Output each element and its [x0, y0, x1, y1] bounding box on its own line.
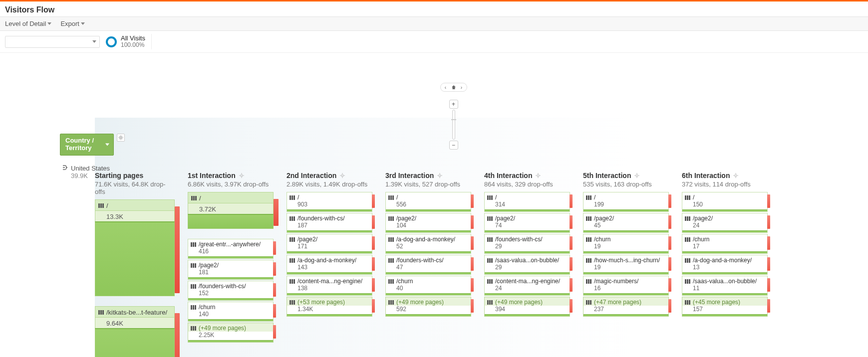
flow-node[interactable]: /a-dog-and-a-monkey/ 143 — [287, 255, 372, 275]
flow-node[interactable]: /content-ma...ng-engine/ 138 — [287, 276, 372, 296]
dropoff-indicator — [668, 215, 671, 229]
flow-node-more[interactable]: (+49 more pages) 2.25K — [188, 323, 274, 343]
node-value: 181 — [188, 269, 273, 277]
node-label: (+49 more pages) — [199, 325, 246, 332]
nav-left-button[interactable]: ‹ — [442, 83, 450, 91]
node-value: 1.34K — [287, 306, 372, 314]
flow-node[interactable]: /a-dog-and-a-monkey/ 52 — [385, 234, 471, 254]
flow-node[interactable]: /page2/ 104 — [385, 213, 471, 233]
node-value: 13 — [682, 264, 767, 272]
dropoff-indicator — [175, 206, 180, 293]
dimension-settings-button[interactable] — [117, 134, 125, 142]
nav-home-button[interactable] — [450, 83, 458, 91]
page-icon — [685, 258, 690, 263]
svg-marker-9 — [66, 167, 67, 169]
node-label: /founders-with-cs/ — [297, 215, 345, 222]
flow-node[interactable]: /saas-valua...on-bubble/ 29 — [484, 255, 570, 275]
dimension-selector[interactable]: Country / Territory — [60, 134, 114, 156]
node-label: /page2/ — [594, 215, 614, 222]
flow-node[interactable]: /founders-with-cs/ 29 — [484, 234, 570, 254]
gear-icon[interactable] — [339, 173, 345, 178]
flow-node[interactable]: /churn 19 — [583, 234, 669, 254]
node-value: 19 — [583, 264, 668, 272]
chevron-down-icon — [105, 144, 109, 146]
flow-node[interactable]: /a-dog-and-a-monkey/ 13 — [682, 255, 768, 275]
node-label: /founders-with-cs/ — [396, 257, 444, 264]
flow-node[interactable]: / 13.3K — [95, 199, 175, 296]
flow-node[interactable]: /page2/ 24 — [682, 213, 768, 233]
node-value: 394 — [485, 306, 570, 314]
gear-icon[interactable] — [535, 173, 541, 178]
export-menu[interactable]: Export — [60, 20, 85, 27]
dropoff-indicator — [273, 262, 276, 276]
flow-node[interactable]: /how-much-s...ing-churn/ 19 — [583, 255, 669, 275]
dropoff-indicator — [668, 278, 671, 292]
node-value: 29 — [485, 264, 570, 272]
flow-node[interactable]: /founders-with-cs/ 187 — [287, 213, 372, 233]
node-value: 143 — [287, 264, 372, 272]
nav-right-button[interactable]: › — [458, 83, 466, 91]
dropoff-indicator — [273, 241, 276, 255]
flow-node[interactable]: / 3.72K — [188, 192, 274, 229]
flow-node-more[interactable]: (+45 more pages) 157 — [682, 297, 768, 317]
zoom-out-button[interactable]: − — [449, 141, 458, 150]
flow-node[interactable]: /kitkats-be...t-feature/ 9.64K — [95, 306, 175, 357]
gear-icon[interactable] — [437, 173, 443, 178]
flow-node[interactable]: / 150 — [682, 192, 768, 212]
column-subtitle: 6.86K visits, 3.97K drop-offs — [188, 180, 274, 188]
flow-node[interactable]: /page2/ 45 — [583, 213, 669, 233]
dropoff-indicator — [372, 257, 375, 271]
segment-chip[interactable]: All Visits 100.00% — [104, 34, 152, 49]
gear-icon[interactable] — [239, 173, 245, 178]
node-label: /kitkats-be...t-feature/ — [106, 309, 167, 316]
flow-node-more[interactable]: (+49 more pages) 592 — [385, 297, 471, 317]
level-of-detail-menu[interactable]: Level of Detail — [5, 20, 51, 27]
zoom-slider[interactable] — [452, 110, 455, 140]
flow-node-more[interactable]: (+49 more pages) 394 — [484, 297, 570, 317]
node-value: 2.25K — [188, 332, 273, 340]
flow-node[interactable]: /content-ma...ng-engine/ 24 — [484, 276, 570, 296]
flow-node[interactable]: / 199 — [583, 192, 669, 212]
flow-visualization[interactable]: ‹ › + − Country / Territory — [0, 53, 868, 357]
flow-node-more[interactable]: (+47 more pages) 237 — [583, 297, 669, 317]
segment-selector[interactable] — [5, 36, 100, 48]
flow-node[interactable]: /founders-with-cs/ 47 — [385, 255, 471, 275]
svg-point-30 — [636, 175, 638, 177]
dropoff-indicator — [372, 278, 375, 292]
zoom-in-button[interactable]: + — [449, 100, 458, 109]
node-label: /churn — [594, 236, 610, 243]
flow-node[interactable]: /founders-with-cs/ 152 — [188, 281, 274, 301]
dropoff-indicator — [570, 236, 573, 250]
nav-controls: ‹ › + − — [37, 83, 868, 150]
flow-node[interactable]: / 903 — [287, 192, 372, 212]
flow-node[interactable]: /magic-numbers/ 16 — [583, 276, 669, 296]
flow-node[interactable]: / 314 — [484, 192, 570, 212]
node-value: 40 — [386, 285, 471, 293]
flow-node[interactable]: /page2/ 74 — [484, 213, 570, 233]
level-of-detail-label: Level of Detail — [5, 20, 46, 27]
page-icon — [487, 300, 493, 305]
flow-node[interactable]: /churn 40 — [385, 276, 471, 296]
column-1st-interaction: 1st Interaction 6.86K visits, 3.97K drop… — [188, 172, 274, 357]
flow-node[interactable]: /great-entr...-anywhere/ 416 — [188, 239, 274, 259]
flow-node[interactable]: /page2/ 171 — [287, 234, 372, 254]
segment-percent: 100.00% — [121, 42, 145, 48]
flow-node-more[interactable]: (+53 more pages) 1.34K — [287, 297, 372, 317]
page-icon — [487, 216, 493, 221]
flow-node[interactable]: /churn 17 — [682, 234, 768, 254]
dropoff-indicator — [273, 325, 276, 339]
flow-node[interactable]: /churn 140 — [188, 302, 274, 322]
flow-node[interactable]: /saas-valua...on-bubble/ 11 — [682, 276, 768, 296]
svg-line-7 — [122, 136, 122, 137]
gear-icon[interactable] — [634, 173, 640, 178]
node-label: /great-entr...-anywhere/ — [199, 241, 261, 248]
flow-node[interactable]: /page2/ 181 — [188, 260, 274, 280]
dropoff-indicator — [668, 257, 671, 271]
node-value: 19 — [583, 243, 668, 251]
page-icon — [586, 237, 591, 242]
flow-node[interactable]: / 556 — [385, 192, 471, 212]
page-icon — [289, 195, 295, 200]
gear-icon[interactable] — [733, 173, 739, 178]
column-starting-pages: Starting pages 71.6K visits, 64.8K drop-… — [95, 172, 175, 357]
column-subtitle: 1.39K visits, 527 drop-offs — [385, 180, 471, 188]
